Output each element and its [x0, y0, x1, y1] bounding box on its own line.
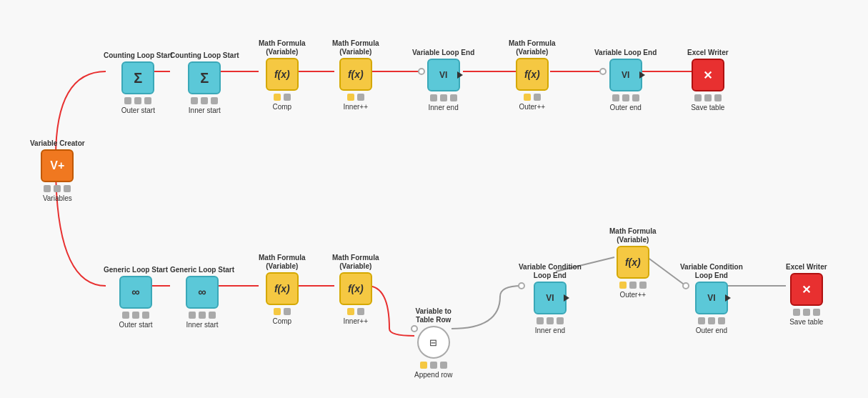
play-arrow-icon-4 [725, 294, 731, 302]
ports [430, 94, 457, 101]
counting-loop-start-inner-node[interactable]: Counting Loop Start Σ Inner start [170, 51, 239, 115]
excel-icon: ✕ [703, 69, 712, 82]
excel-writer-bottom-node[interactable]: Excel Writer ✕ Save table [786, 263, 827, 327]
excel-writer-top-box[interactable]: ✕ [692, 59, 724, 91]
fx-icon-4: f(x) [274, 283, 290, 294]
infinity-icon-2: ∞ [198, 286, 206, 299]
ports [619, 282, 647, 289]
variable-loop-end-inner-top-node[interactable]: Variable Loop End VI Inner end [412, 49, 474, 112]
math-formula-outer-plus-top-node[interactable]: Math Formula(Variable) f(x) Outer++ [509, 39, 556, 111]
excel-icon-2: ✕ [802, 283, 811, 297]
variable-creator-node[interactable]: Variable Creator V+ Variables [30, 139, 85, 203]
ports [347, 94, 364, 101]
math-formula-comp-bottom-node[interactable]: Math Formula(Variable) f(x) Comp [259, 254, 306, 326]
excel-writer-top-node[interactable]: Excel Writer ✕ Save table [687, 49, 729, 112]
ports [189, 312, 216, 319]
play-arrow-icon-2 [639, 71, 645, 79]
ports [122, 312, 149, 319]
ports [191, 97, 218, 104]
vi-icon-2: VI [622, 70, 629, 80]
variable-loop-end-outer-top-node[interactable]: Variable Loop End VI Outer end [594, 49, 657, 112]
fx-icon: f(x) [274, 69, 290, 80]
vi-icon-4: VI [707, 293, 715, 303]
math-formula-inner-plus-bottom-node[interactable]: Math Formula(Variable) f(x) Inner++ [332, 254, 379, 326]
variable-to-table-row-node[interactable]: Variable toTable Row ⊟ Append row [414, 307, 452, 379]
sigma-icon-2: Σ [200, 70, 209, 86]
fx-icon-3: f(x) [524, 69, 540, 80]
math-formula-comp-bottom-box[interactable]: f(x) [266, 272, 299, 305]
math-formula-inner-plus-top-box[interactable]: f(x) [339, 58, 372, 91]
ports [524, 94, 541, 101]
play-arrow-icon [457, 71, 463, 79]
counting-loop-start-inner-box[interactable]: Σ [188, 61, 221, 94]
math-formula-comp-top-node[interactable]: Math Formula(Variable) f(x) Comp [259, 39, 306, 111]
math-formula-inner-plus-top-node[interactable]: Math Formula(Variable) f(x) Inner++ [332, 39, 379, 111]
variable-loop-end-outer-top-box[interactable]: VI [609, 59, 642, 91]
fx-icon-2: f(x) [348, 69, 364, 80]
play-arrow-icon-3 [564, 294, 569, 302]
generic-loop-start-inner-box[interactable]: ∞ [186, 276, 219, 309]
ports [420, 362, 447, 369]
counting-loop-start-outer-node[interactable]: Counting Loop Start Σ Outer start [104, 51, 173, 115]
ports [274, 94, 291, 101]
generic-loop-start-inner-node[interactable]: Generic Loop Start ∞ Inner start [170, 266, 234, 329]
ports [694, 94, 722, 101]
math-formula-inner-plus-bottom-box[interactable]: f(x) [339, 272, 372, 305]
counting-loop-start-outer-box[interactable]: Σ [121, 61, 154, 94]
ports [612, 94, 639, 101]
variable-loop-end-inner-top-box[interactable]: VI [427, 59, 460, 91]
generic-loop-start-outer-box[interactable]: ∞ [119, 276, 152, 309]
ports [274, 308, 291, 315]
ports [124, 97, 151, 104]
ports [698, 317, 725, 324]
vi-icon-3: VI [546, 293, 554, 303]
sigma-icon: Σ [134, 70, 142, 86]
vplus-icon: V+ [50, 159, 64, 172]
excel-writer-bottom-box[interactable]: ✕ [790, 273, 823, 306]
variable-creator-box[interactable]: V+ [41, 149, 74, 182]
math-formula-outer-plus-bottom-box[interactable]: f(x) [617, 246, 649, 279]
math-formula-outer-plus-top-box[interactable]: f(x) [516, 58, 549, 91]
variable-creator-ports [44, 185, 71, 192]
ports [537, 317, 564, 324]
variable-condition-loop-end-inner-node[interactable]: Variable ConditionLoop End VI Inner end [519, 263, 582, 335]
vi-icon: VI [439, 70, 447, 80]
variable-to-table-row-box[interactable]: ⊟ [417, 326, 450, 359]
generic-loop-start-outer-node[interactable]: Generic Loop Start ∞ Outer start [104, 266, 168, 329]
fx-icon-6: f(x) [625, 257, 641, 268]
infinity-icon: ∞ [131, 286, 139, 299]
variable-condition-loop-end-outer-box[interactable]: VI [695, 282, 728, 314]
fx-icon-5: f(x) [348, 283, 364, 294]
ports [347, 308, 364, 315]
math-formula-comp-top-box[interactable]: f(x) [266, 58, 299, 91]
variable-condition-loop-end-inner-box[interactable]: VI [534, 282, 567, 314]
variable-condition-loop-end-outer-node[interactable]: Variable ConditionLoop End VI Outer end [680, 263, 743, 335]
math-formula-outer-plus-bottom-node[interactable]: Math Formula(Variable) f(x) Outer++ [609, 227, 657, 299]
ports [793, 309, 820, 316]
workflow-canvas: Variable Creator V+ Variables Counting L… [0, 0, 868, 398]
table-icon: ⊟ [429, 337, 437, 348]
